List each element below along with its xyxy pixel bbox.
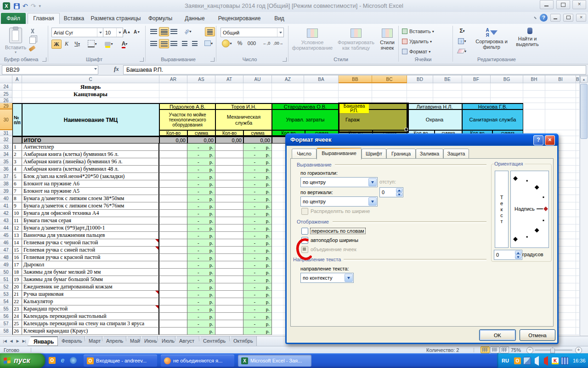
item-name-cell[interactable]: Амбарная книга (клетка) бумвинил 48 л.: [22, 166, 159, 173]
row-header-41[interactable]: 41: [0, 202, 12, 210]
item-qty-cell[interactable]: [159, 261, 187, 269]
column-header-BI[interactable]: BI: [545, 75, 576, 83]
header-dept-1[interactable]: Механическая служба: [215, 109, 272, 130]
item-name-cell[interactable]: Амбарная книга (линейка) бумвинил 96 л.: [22, 158, 159, 166]
item-name-cell[interactable]: Гелиевая ручка с синей пастой: [22, 247, 159, 254]
item-qty-cell[interactable]: [159, 180, 187, 188]
item-qty-cell[interactable]: [215, 269, 243, 276]
dialog-tab-1[interactable]: Выравнивание: [317, 148, 362, 160]
item-sum-cell[interactable]: -р.: [243, 224, 272, 232]
wrap-text-label[interactable]: переносить по словам: [311, 228, 365, 234]
row-header-52[interactable]: 52: [0, 283, 12, 291]
cell[interactable]: [272, 83, 304, 91]
align-right-button[interactable]: [169, 39, 178, 47]
font-launcher-icon[interactable]: [140, 58, 144, 62]
align-left-button[interactable]: [149, 39, 158, 47]
tab-5[interactable]: Рецензирование: [212, 13, 266, 24]
cell[interactable]: [576, 247, 580, 254]
paste-button[interactable]: Вставить ▾: [4, 28, 28, 54]
cell[interactable]: [576, 91, 580, 98]
cell[interactable]: [576, 261, 580, 269]
item-qty-cell[interactable]: [215, 247, 243, 254]
cell[interactable]: [576, 320, 580, 328]
decrease-decimal-button[interactable]: ,00→: [273, 39, 284, 47]
outlook-icon[interactable]: O: [514, 357, 521, 364]
item-name-cell[interactable]: Ванночка для увлажнения пальцев: [22, 232, 159, 239]
sheet-nav-first-icon[interactable]: |◀: [1, 338, 8, 345]
cell[interactable]: [576, 291, 580, 298]
item-sum-cell[interactable]: -р.: [243, 202, 272, 210]
row-header-35[interactable]: 35: [0, 158, 12, 166]
item-sum-cell[interactable]: -р.: [187, 261, 215, 269]
item-qty-cell[interactable]: [159, 195, 187, 202]
row-header-57[interactable]: 57: [0, 320, 12, 328]
item-number-cell[interactable]: 4: [12, 166, 22, 173]
orientation-dial[interactable]: Надпись: [510, 171, 549, 248]
wrap-text-button[interactable]: [205, 27, 215, 36]
increase-indent-button[interactable]: [190, 39, 199, 47]
item-qty-cell[interactable]: [215, 166, 243, 173]
help-icon[interactable]: ?: [540, 14, 548, 22]
item-qty-cell[interactable]: [159, 210, 187, 217]
item-number-cell[interactable]: 24: [12, 313, 22, 320]
tab-6[interactable]: Вид: [267, 13, 291, 24]
item-number-cell[interactable]: 20: [12, 283, 22, 291]
unmerged-cell-fragment[interactable]: Бакшаева Р.П.: [339, 104, 369, 114]
fill-color-button[interactable]: ▾: [102, 40, 116, 48]
item-number-cell[interactable]: 25: [12, 320, 22, 328]
header-num-cell[interactable]: № п/п: [12, 103, 22, 136]
dialog-close-button[interactable]: ×: [545, 135, 555, 145]
number-launcher-icon[interactable]: [283, 58, 287, 62]
item-number-cell[interactable]: 21: [12, 291, 22, 298]
sheet-tab-Сентябрь[interactable]: Сентябрь: [198, 336, 230, 346]
item-sum-cell[interactable]: -р.: [187, 188, 215, 195]
sheet-tab-Июнь[interactable]: Июнь: [139, 336, 158, 346]
column-header-BF[interactable]: BF: [462, 75, 491, 83]
sheet-tab-Март[interactable]: Март: [83, 336, 102, 346]
item-sum-cell[interactable]: -р.: [243, 320, 272, 328]
header-dept-2[interactable]: Управл. затраты: [272, 109, 339, 130]
volume-icon[interactable]: [533, 357, 540, 364]
close-button[interactable]: ×: [572, 0, 586, 9]
cell-month-title[interactable]: Январь: [22, 83, 159, 90]
item-qty-cell[interactable]: [159, 247, 187, 254]
item-qty-cell[interactable]: [215, 276, 243, 283]
item-number-cell[interactable]: 18: [12, 269, 22, 276]
item-name-cell[interactable]: Гелиевая ручка с черной пастой: [22, 239, 159, 247]
cell[interactable]: [462, 98, 491, 103]
cell[interactable]: [545, 109, 576, 130]
item-sum-cell[interactable]: -р.: [243, 239, 272, 247]
row-header-47[interactable]: 47: [0, 247, 12, 254]
item-qty-cell[interactable]: [159, 166, 187, 173]
item-qty-cell[interactable]: [159, 276, 187, 283]
cell[interactable]: [576, 210, 580, 217]
row-header-50[interactable]: 50: [0, 269, 12, 276]
cell[interactable]: [576, 144, 580, 151]
bold-button[interactable]: Ж: [51, 40, 62, 49]
scheduler-icon[interactable]: [561, 357, 569, 365]
item-name-cell[interactable]: Ручка шариковая: [22, 291, 159, 298]
item-sum-cell[interactable]: -р.: [187, 180, 215, 188]
cell[interactable]: [243, 91, 272, 98]
clear-button[interactable]: ▾: [455, 47, 469, 55]
item-qty-cell[interactable]: [159, 151, 187, 158]
item-number-cell[interactable]: 19: [12, 276, 22, 283]
item-qty-cell[interactable]: [159, 305, 187, 313]
item-number-cell[interactable]: 17: [12, 261, 22, 269]
item-number-cell[interactable]: 23: [12, 305, 22, 313]
cell[interactable]: [243, 83, 272, 91]
item-sum-cell[interactable]: -р.: [243, 166, 272, 173]
task-button-2[interactable]: XMicrosoft Excel - Зая...: [238, 355, 311, 367]
item-qty-cell[interactable]: [215, 202, 243, 210]
restore-button[interactable]: [556, 0, 570, 9]
sheet-tab-Февраль[interactable]: Февраль: [56, 336, 85, 346]
item-sum-cell[interactable]: -р.: [187, 224, 215, 232]
item-name-cell[interactable]: Антистеплер: [22, 144, 159, 151]
item-qty-cell[interactable]: [159, 269, 187, 276]
header-sum-0[interactable]: сумма: [187, 130, 215, 136]
sheet-tab-Апрель[interactable]: Апрель: [101, 336, 126, 346]
cell[interactable]: [576, 136, 580, 144]
accounting-format-button[interactable]: ▾: [220, 39, 233, 47]
item-sum-cell[interactable]: -р.: [187, 269, 215, 276]
item-qty-cell[interactable]: [159, 320, 187, 328]
